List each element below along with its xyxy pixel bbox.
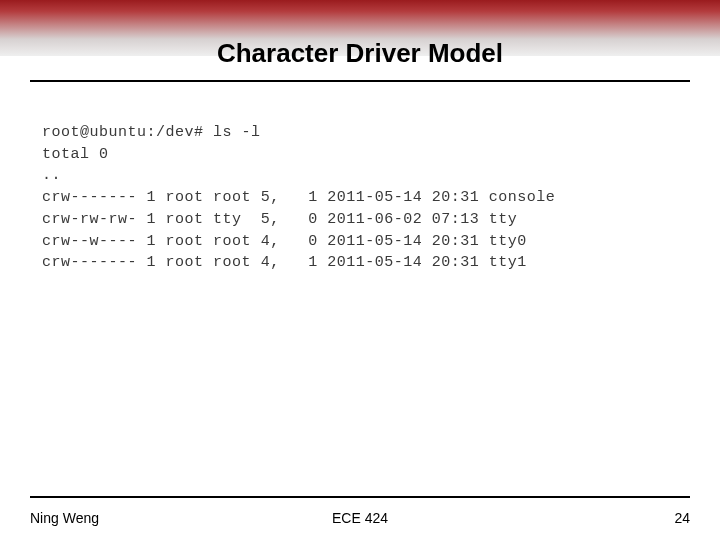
slide: Character Driver Model root@ubuntu:/dev#… <box>0 0 720 540</box>
listing-row: crw-rw-rw- 1 root tty 5, 0 2011-06-02 07… <box>42 211 517 228</box>
listing-row: crw------- 1 root root 4, 1 2011-05-14 2… <box>42 254 527 271</box>
footer: Ning Weng ECE 424 24 <box>30 510 690 526</box>
listing-row: crw--w---- 1 root root 4, 0 2011-05-14 2… <box>42 233 527 250</box>
title-underline <box>30 80 690 82</box>
total-line: total 0 <box>42 146 109 163</box>
footer-course: ECE 424 <box>30 510 690 526</box>
footer-divider <box>30 496 690 498</box>
listing-row: crw------- 1 root root 5, 1 2011-05-14 2… <box>42 189 555 206</box>
dotdot-line: .. <box>42 167 61 184</box>
terminal-output: root@ubuntu:/dev# ls -l total 0 .. crw--… <box>42 100 555 296</box>
page-title: Character Driver Model <box>0 38 720 69</box>
prompt-line: root@ubuntu:/dev# ls -l <box>42 124 261 141</box>
